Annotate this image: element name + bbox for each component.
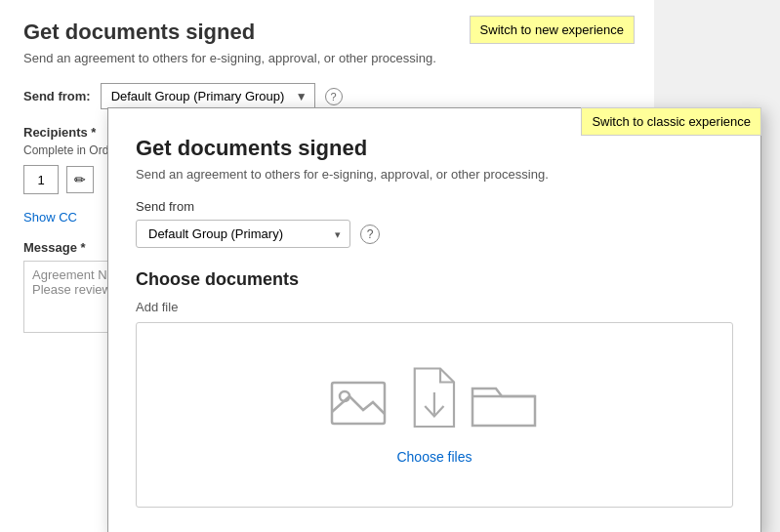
switch-to-classic-button[interactable]: Switch to classic experience [581,107,761,136]
bg-send-from-row: Send from: Default Group (Primary Group)… [23,83,631,109]
modal-send-from-select[interactable]: Default Group (Primary) [136,220,350,248]
upload-document-icon [404,365,463,433]
bg-recipient-number: 1 [23,165,59,194]
modal-subtitle: Send an agreement to others for e-signin… [136,167,733,182]
modal-send-from-help-icon[interactable]: ? [360,225,380,244]
modal-file-drop-area[interactable]: Choose files [136,322,733,508]
bg-send-from-select[interactable]: Default Group (Primary Group) [101,83,315,109]
modal-title: Get documents signed [136,136,733,161]
bg-send-from-help-icon[interactable]: ? [325,88,343,105]
svg-rect-0 [332,383,385,424]
folder-icon [469,375,539,433]
modal-file-icons-group [330,365,539,433]
bg-send-from-label: Send from: [23,89,91,103]
modal-panel: Switch to classic experience Get documen… [107,107,761,532]
bg-send-from-select-wrap: Default Group (Primary Group) ▼ [101,83,315,109]
bg-page-subtitle: Send an agreement to others for e-signin… [23,51,631,65]
modal-send-from-row: Default Group (Primary) ▾ ? [136,220,733,248]
modal-choose-files-link[interactable]: Choose files [396,449,472,465]
modal-send-from-select-wrap: Default Group (Primary) ▾ [136,220,350,248]
modal-add-file-label: Add file [136,300,733,314]
bg-edit-recipient-button[interactable]: ✏ [66,166,94,193]
photo-icon [330,375,398,433]
modal-send-from-label: Send from [136,199,733,214]
switch-to-new-button[interactable]: Switch to new experience [470,16,635,44]
modal-choose-docs-title: Choose documents [136,269,733,290]
